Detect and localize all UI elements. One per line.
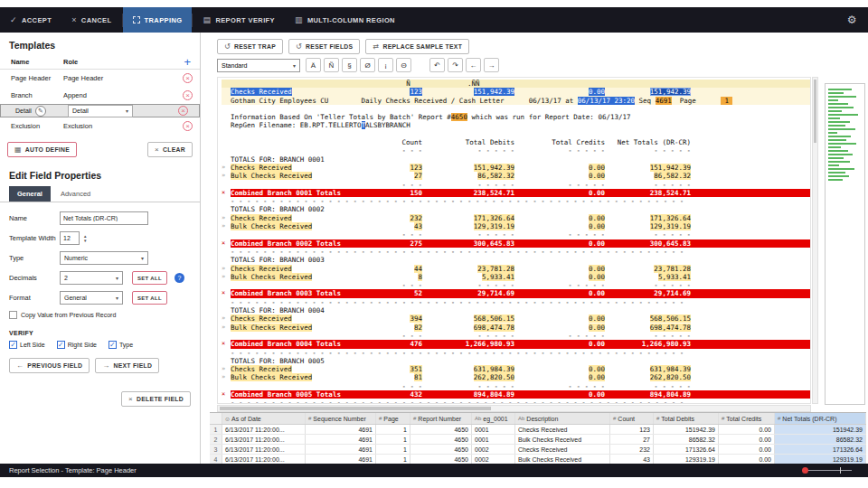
grid-column-header[interactable]: #Report Number xyxy=(410,413,472,424)
replace-sample-text-button[interactable]: ⇄ REPLACE SAMPLE TEXT xyxy=(365,39,469,54)
separator-line[interactable]: - - - - - - - - - - - - - - - - - - - - … xyxy=(222,248,810,256)
field-highlight[interactable]: 123 xyxy=(410,88,422,96)
separator-line[interactable]: - - - - - - - - - - - - - - - - - - - - … xyxy=(222,399,810,404)
field-highlight[interactable]: 568,506.15 xyxy=(650,314,691,323)
grid-column-header[interactable]: #Total Debits xyxy=(654,413,719,424)
field-highlight[interactable]: Checks Received xyxy=(231,88,292,96)
field-highlight[interactable]: 0.00 xyxy=(589,373,605,381)
template-role-select[interactable]: Detail▾ xyxy=(68,105,133,117)
detail-row[interactable]: »Checks Received123151,942.390.00151,942… xyxy=(222,164,810,172)
field-highlight[interactable]: 151,942.39 xyxy=(474,88,514,96)
accept-button[interactable]: ✓ ACCEPT xyxy=(0,7,61,33)
field-highlight[interactable]: 0.00 xyxy=(589,314,605,323)
field-highlight[interactable]: 129,319.19 xyxy=(650,222,691,230)
field-highlight[interactable]: 0.00 xyxy=(589,265,605,273)
detail-row[interactable]: »Checks Received351631,984.390.00631,984… xyxy=(222,365,810,373)
verify-checkbox[interactable]: ✓Type xyxy=(108,341,133,349)
template-width-input[interactable]: 12 xyxy=(60,231,80,245)
field-highlight[interactable]: 23,781.28 xyxy=(654,265,691,273)
field-highlight[interactable]: Bulk Checks Received xyxy=(231,273,312,281)
report-horizontal-scrollbar[interactable] xyxy=(217,405,811,412)
template-row[interactable]: BranchAppend× xyxy=(0,87,200,104)
trap-nav-button[interactable]: ↷ xyxy=(448,58,463,72)
field-highlight[interactable]: 394 xyxy=(410,314,422,323)
trap-char-button[interactable]: Ñ xyxy=(324,58,339,72)
grid-column-header[interactable]: ⊙As of Date xyxy=(222,413,306,424)
field-highlight[interactable]: Bulk Checks Received xyxy=(231,373,312,381)
totals-for-line[interactable]: TOTALS FOR: BRANCH 0004 xyxy=(222,306,810,314)
trap-char-line[interactable]: Ñ .ÑÑ xyxy=(222,80,810,88)
field-highlight[interactable]: Bulk Checks Received xyxy=(231,172,312,180)
combined-total-row[interactable]: ×Combined Branch 0001 Totals150238,524.7… xyxy=(222,189,810,197)
slider-knob[interactable] xyxy=(802,467,808,474)
totals-for-line[interactable]: TOTALS FOR: BRANCH 0001 xyxy=(222,155,810,164)
filename-line[interactable]: RepGen Filename: EB.RPT.TELLERTOTALSBYBR… xyxy=(222,121,810,129)
separator-line[interactable]: - - - - - - - - - - - - - - - - - - - - … xyxy=(222,298,810,306)
grid-column-header[interactable]: #Sequence Number xyxy=(306,413,376,424)
template-row[interactable]: Page HeaderPage Header× xyxy=(0,70,200,87)
field-highlight[interactable]: Checks Received xyxy=(231,164,292,172)
zoom-slider[interactable] xyxy=(802,467,852,474)
field-highlight[interactable]: 151,942.39 xyxy=(474,164,514,172)
field-highlight[interactable]: 232 xyxy=(410,214,422,222)
field-highlight[interactable]: 0.00 xyxy=(589,324,605,332)
format-select[interactable]: General ▾ xyxy=(60,291,123,305)
blank-line[interactable] xyxy=(222,105,810,113)
grid-row[interactable]: 36/13/2017 11:20:00...4691146500002Check… xyxy=(210,445,866,455)
tab-general[interactable]: General xyxy=(9,186,51,202)
remove-template-icon[interactable]: × xyxy=(178,106,188,116)
trap-char-button[interactable]: Ä xyxy=(306,58,321,72)
decimals-set-all-button[interactable]: SET ALL xyxy=(132,271,167,285)
grid-column-header[interactable]: Abeg_0001 xyxy=(472,413,515,424)
field-highlight[interactable]: 81 xyxy=(414,373,422,381)
template-row[interactable]: Detail✎Detail▾× xyxy=(0,104,200,117)
field-highlight[interactable]: 129,319.19 xyxy=(474,222,514,230)
add-template-icon[interactable]: + xyxy=(184,55,191,69)
field-highlight[interactable]: 82 xyxy=(414,324,422,332)
decimals-select[interactable]: 2 ▾ xyxy=(60,271,123,285)
field-highlight[interactable]: 44 xyxy=(414,265,422,273)
edit-template-icon[interactable]: ✎ xyxy=(35,106,46,117)
combined-total-row[interactable]: ×Combined Branch 0003 Totals5229,714.690… xyxy=(222,289,810,297)
tab-advanced[interactable]: Advanced xyxy=(52,186,99,202)
info-line[interactable]: Information Based On 'Teller Totals by B… xyxy=(222,113,810,121)
totals-for-line[interactable]: TOTALS FOR: BRANCH 0005 xyxy=(222,357,810,365)
grid-column-header[interactable]: #Page xyxy=(376,413,410,424)
field-highlight[interactable]: 27 xyxy=(414,172,422,180)
sample-field-row[interactable]: Checks Received123151,942.390.00151,942.… xyxy=(222,88,810,96)
template-row[interactable]: ExclusionExclusion× xyxy=(0,117,200,135)
reset-fields-button[interactable]: ↺ RESET FIELDS xyxy=(288,39,360,54)
field-highlight[interactable]: 1 xyxy=(721,97,733,105)
verify-checkbox[interactable]: ✓Right Side xyxy=(57,341,97,349)
grid-column-header[interactable]: #Net Totals (DR-CR) xyxy=(775,413,866,424)
previous-field-button[interactable]: ← PREVIOUS FIELD xyxy=(9,358,90,373)
trap-nav-button[interactable]: ← xyxy=(466,58,481,72)
trap-nav-button[interactable]: → xyxy=(484,58,499,72)
separator-line[interactable]: - - -- - - - -- - - - -- - - - - xyxy=(222,281,810,289)
grid-row[interactable]: 26/13/2017 11:20:00...4691146500001Bulk … xyxy=(210,435,866,445)
totals-for-line[interactable]: TOTALS FOR: BRANCH 0002 xyxy=(222,205,810,213)
scrollbar-thumb[interactable] xyxy=(220,407,491,410)
field-highlight[interactable]: 631,984.39 xyxy=(650,365,691,373)
field-highlight[interactable]: 151,942.39 xyxy=(650,88,691,96)
next-field-button[interactable]: → NEXT FIELD xyxy=(95,358,159,373)
field-highlight[interactable]: 86,582.32 xyxy=(654,172,691,180)
report-minimap[interactable] xyxy=(825,83,865,405)
field-highlight[interactable]: 698,474.78 xyxy=(650,324,691,332)
gear-icon[interactable]: ⚙ xyxy=(847,14,857,26)
field-highlight[interactable]: 43 xyxy=(414,222,422,230)
trap-char-button[interactable]: ¡ xyxy=(378,58,393,72)
remove-template-icon[interactable]: × xyxy=(183,121,193,131)
field-highlight[interactable]: Checks Received xyxy=(231,314,292,323)
report-vertical-scrollbar[interactable] xyxy=(812,77,818,404)
field-highlight[interactable]: 23,781.28 xyxy=(477,265,514,273)
verify-checkbox[interactable]: ✓Left Side xyxy=(9,341,45,349)
blank-line[interactable] xyxy=(222,130,810,138)
separator-line[interactable]: - - -- - - - -- - - - -- - - - - xyxy=(222,332,810,340)
field-highlight[interactable]: 698,474.78 xyxy=(474,324,514,332)
report-verify-button[interactable]: ▤ REPORT VERIFY xyxy=(193,7,285,33)
page-header-line[interactable]: Gotham City Employees CU Daily Checks Re… xyxy=(222,97,810,105)
field-highlight[interactable]: 0.00 xyxy=(589,222,605,230)
field-highlight[interactable]: Checks Received xyxy=(231,365,292,373)
combined-total-row[interactable]: ×Combined Branch 0004 Totals4761,266,980… xyxy=(222,340,810,348)
